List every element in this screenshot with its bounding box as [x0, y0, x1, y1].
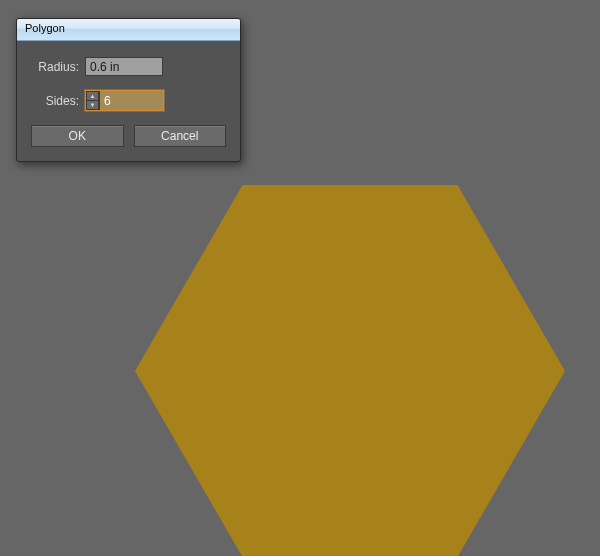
sides-row: Sides: ▲ ▼ — [31, 90, 226, 111]
dialog-title: Polygon — [25, 22, 65, 34]
radius-label: Radius: — [31, 60, 79, 74]
sides-input[interactable] — [99, 91, 163, 110]
radius-row: Radius: — [31, 57, 226, 76]
polygon-dialog: Polygon Radius: Sides: ▲ ▼ OK Cancel — [16, 18, 241, 162]
dialog-buttons: OK Cancel — [31, 125, 226, 147]
canvas-shape-hexagon — [135, 185, 565, 556]
cancel-button[interactable]: Cancel — [134, 125, 227, 147]
sides-step-up-button[interactable]: ▲ — [86, 91, 99, 100]
dialog-body: Radius: Sides: ▲ ▼ OK Cancel — [17, 41, 240, 161]
radius-input[interactable] — [85, 57, 163, 76]
sides-step-down-button[interactable]: ▼ — [86, 100, 99, 110]
svg-marker-0 — [135, 185, 565, 556]
sides-stepper: ▲ ▼ — [86, 91, 99, 110]
sides-input-wrap: ▲ ▼ — [85, 90, 164, 111]
ok-button[interactable]: OK — [31, 125, 124, 147]
sides-label: Sides: — [31, 94, 79, 108]
dialog-titlebar[interactable]: Polygon — [17, 19, 240, 41]
